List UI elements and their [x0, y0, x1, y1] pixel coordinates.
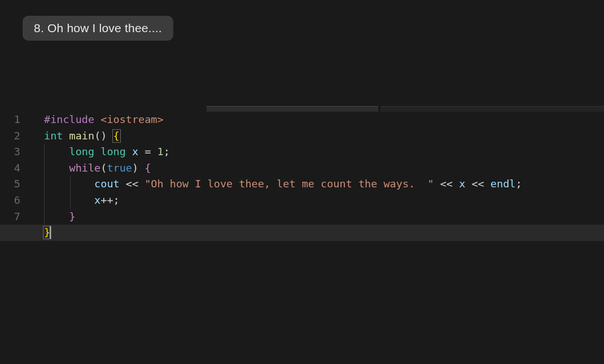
- line-number: 5: [0, 176, 20, 192]
- line-number-gutter: 12345678: [0, 112, 33, 241]
- code-token: ;: [164, 146, 170, 157]
- code-token: ;: [515, 178, 522, 190]
- code-token: x: [94, 194, 100, 206]
- line-number: 3: [0, 144, 20, 160]
- code-token: true: [107, 162, 132, 174]
- code-token: while: [69, 162, 101, 174]
- code-token: {: [145, 162, 151, 174]
- indent-guide: [44, 160, 45, 177]
- code-line[interactable]: int main() {: [44, 128, 604, 144]
- line-number: 7: [0, 209, 20, 225]
- indent-guide: [44, 144, 45, 160]
- code-token: 1: [157, 146, 164, 157]
- code-token: [120, 178, 126, 190]
- code-token: (: [100, 162, 107, 174]
- code-token: [94, 113, 100, 125]
- slide-title-text: 8. Oh how I love thee....: [34, 21, 162, 34]
- code-token: <<: [471, 178, 484, 190]
- code-token: [151, 146, 157, 157]
- indent-guide: [70, 192, 71, 209]
- code-token: endl: [491, 178, 516, 190]
- code-token: ;: [113, 194, 120, 206]
- code-token: [63, 130, 69, 142]
- code-token: #include: [44, 113, 94, 125]
- code-token: [138, 146, 145, 157]
- code-line[interactable]: #include <iostream>: [44, 112, 604, 128]
- indent-whitespace: [44, 162, 69, 174]
- tab-inactive[interactable]: [380, 106, 604, 112]
- code-token: x: [132, 146, 138, 157]
- code-token: [138, 178, 145, 190]
- code-token: main: [69, 130, 95, 142]
- code-token: "Oh how I love thee, let me count the wa…: [145, 178, 434, 190]
- code-token: x: [459, 178, 465, 190]
- code-token: <iostream>: [100, 113, 163, 125]
- code-line[interactable]: while(true) {: [44, 160, 604, 177]
- line-number: 2: [0, 128, 20, 144]
- code-line[interactable]: }: [0, 225, 604, 241]
- indent-whitespace: [44, 210, 69, 222]
- code-token: [138, 162, 145, 174]
- code-token: [94, 146, 100, 157]
- code-token: [453, 178, 459, 190]
- indent-whitespace: [44, 178, 94, 190]
- tab-active[interactable]: [207, 106, 378, 112]
- code-token: [465, 178, 471, 190]
- code-token: <<: [440, 178, 453, 190]
- indent-guide: [44, 192, 45, 209]
- code-token: (): [94, 130, 107, 142]
- code-token: [434, 178, 440, 190]
- code-token: }: [69, 210, 76, 222]
- indent-guide: [44, 209, 45, 225]
- code-token: ++: [100, 194, 113, 206]
- code-token: =: [145, 146, 151, 157]
- indent-guide: [70, 176, 71, 192]
- line-number: 1: [0, 112, 20, 128]
- tab-strip: [0, 106, 604, 112]
- code-line[interactable]: x++;: [44, 192, 604, 209]
- code-token: {: [112, 129, 121, 143]
- code-token: long: [100, 146, 126, 157]
- line-number: 6: [0, 192, 20, 209]
- code-line[interactable]: long long x = 1;: [44, 144, 604, 160]
- code-token: cout: [94, 178, 120, 190]
- indent-whitespace: [44, 194, 94, 206]
- code-token: long: [69, 146, 95, 157]
- code-token: [126, 146, 132, 157]
- code-line[interactable]: }: [44, 209, 604, 225]
- code-token: <<: [126, 178, 138, 190]
- code-token: int: [44, 130, 63, 142]
- line-number: 4: [0, 160, 20, 177]
- slide-title-pill: 8. Oh how I love thee....: [23, 16, 173, 41]
- code-token: [484, 178, 491, 190]
- indent-whitespace: [44, 146, 69, 157]
- code-area[interactable]: #include <iostream>int main() { long lon…: [44, 112, 604, 241]
- code-token: ): [132, 162, 138, 174]
- indent-guide: [44, 176, 45, 192]
- code-line[interactable]: cout << "Oh how I love thee, let me coun…: [44, 176, 604, 192]
- text-cursor: [50, 226, 51, 239]
